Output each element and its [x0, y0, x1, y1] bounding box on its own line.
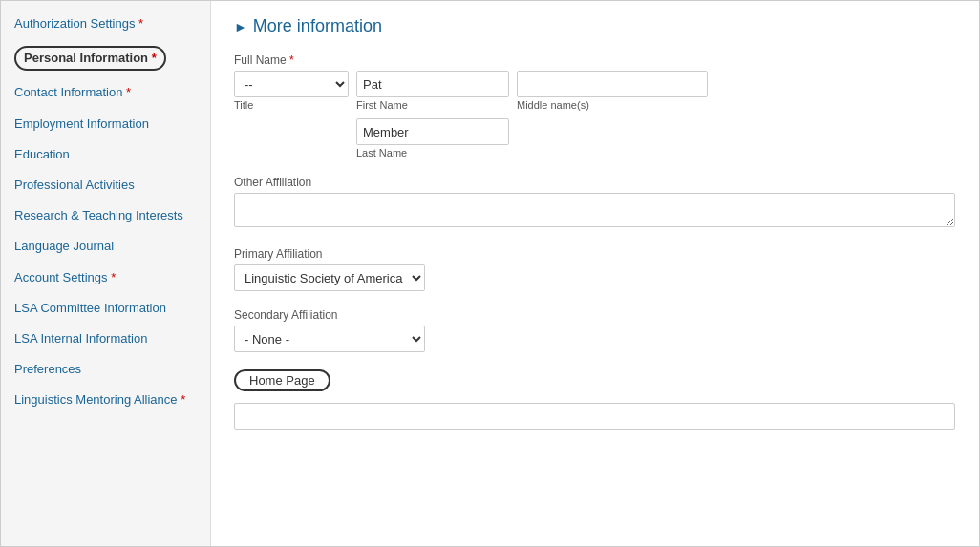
full-name-label: Full Name * — [234, 53, 956, 67]
home-page-input[interactable] — [234, 403, 955, 430]
sidebar-item-personal-information[interactable]: Personal Information * — [1, 39, 210, 77]
sidebar-item-authorization-settings[interactable]: Authorization Settings * — [1, 9, 210, 39]
other-affiliation-label: Other Affiliation — [234, 176, 956, 189]
title-group: -- Dr. Mr. Ms. Prof. Title — [234, 71, 349, 111]
primary-affiliation-group: Primary Affiliation Linguistic Society o… — [234, 247, 956, 291]
other-affiliation-wrapper — [234, 193, 955, 227]
sidebar-item-education[interactable]: Education — [1, 139, 210, 170]
secondary-affiliation-label: Secondary Affiliation — [234, 308, 956, 322]
first-name-input[interactable] — [356, 71, 509, 97]
middle-name-input[interactable] — [517, 71, 708, 97]
other-affiliation-input[interactable] — [234, 193, 955, 227]
main-content: ► More information Full Name * -- Dr. Mr… — [211, 1, 979, 546]
primary-affiliation-label: Primary Affiliation — [234, 247, 956, 261]
last-name-input[interactable] — [356, 118, 509, 145]
title-label: Title — [234, 99, 349, 111]
first-name-group: First Name — [356, 71, 509, 111]
sidebar-item-preferences[interactable]: Preferences — [1, 354, 210, 385]
secondary-affiliation-group: Secondary Affiliation - None - — [234, 308, 956, 352]
home-page-label-circled: Home Page — [234, 369, 330, 391]
primary-affiliation-select[interactable]: Linguistic Society of America — [234, 264, 425, 291]
sidebar-item-lsa-internal-information[interactable]: LSA Internal Information — [1, 324, 210, 354]
last-name-group: Last Name — [356, 118, 956, 158]
middle-name-group: Middle name(s) — [517, 71, 708, 111]
sidebar: Authorization Settings *Personal Informa… — [1, 1, 211, 546]
section-arrow: ► — [234, 19, 247, 34]
sidebar-item-language-journal[interactable]: Language Journal — [1, 231, 210, 262]
sidebar-item-lsa-committee-information[interactable]: LSA Committee Information — [1, 293, 210, 324]
sidebar-item-contact-information[interactable]: Contact Information * — [1, 77, 210, 108]
sidebar-item-employment-information[interactable]: Employment Information — [1, 109, 210, 139]
sidebar-item-account-settings[interactable]: Account Settings * — [1, 263, 210, 293]
title-select[interactable]: -- Dr. Mr. Ms. Prof. — [234, 71, 349, 97]
full-name-group: Full Name * -- Dr. Mr. Ms. Prof. Title F… — [234, 53, 956, 158]
sidebar-item-linguistics-mentoring-alliance[interactable]: Linguistics Mentoring Alliance * — [1, 385, 210, 415]
last-name-label: Last Name — [356, 147, 956, 158]
secondary-affiliation-select[interactable]: - None - — [234, 326, 425, 352]
first-name-label: First Name — [356, 99, 509, 111]
sidebar-item-research-teaching-interests[interactable]: Research & Teaching Interests — [1, 200, 210, 231]
other-affiliation-group: Other Affiliation — [234, 176, 956, 230]
home-page-group: Home Page — [234, 369, 956, 430]
section-title-text: More information — [253, 16, 382, 36]
middle-name-label: Middle name(s) — [517, 99, 708, 111]
section-heading: ► More information — [234, 16, 956, 36]
sidebar-item-professional-activities[interactable]: Professional Activities — [1, 170, 210, 200]
